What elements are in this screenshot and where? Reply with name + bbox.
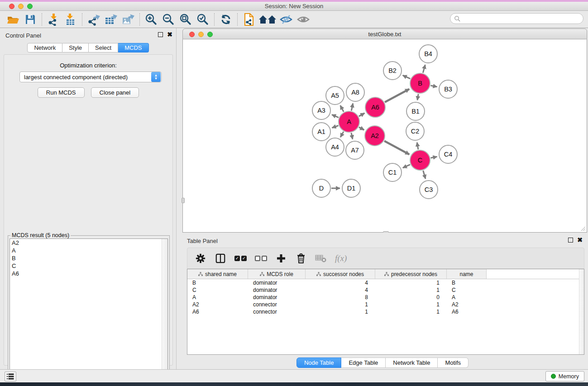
- edge-A-A7[interactable]: [351, 133, 353, 139]
- graph-node-B2[interactable]: B2: [383, 61, 402, 80]
- graph-node-A[interactable]: A: [338, 111, 360, 133]
- column-view-button[interactable]: [215, 252, 226, 265]
- edge-A2-C[interactable]: [384, 141, 409, 154]
- edge-A-A1[interactable]: [332, 125, 339, 128]
- graph-node-A2[interactable]: A2: [364, 125, 385, 146]
- splitter-grip-left[interactable]: [182, 198, 185, 203]
- column-header-predecessor[interactable]: predecessor nodes: [375, 269, 447, 279]
- tab-motifs[interactable]: Motifs: [438, 357, 468, 368]
- tab-network-table[interactable]: Network Table: [386, 357, 438, 368]
- list-scrollbar[interactable]: [162, 239, 167, 385]
- edge-C-C2[interactable]: [417, 143, 418, 150]
- zoom-in-button[interactable]: [143, 12, 160, 27]
- edge-C-C1[interactable]: [403, 165, 410, 168]
- window-resize-grip[interactable]: [580, 226, 586, 231]
- close-window-button[interactable]: [9, 4, 14, 9]
- graph-node-A4[interactable]: A4: [325, 138, 344, 157]
- zoom-selected-button[interactable]: [194, 12, 211, 27]
- export-table-button[interactable]: [102, 12, 120, 27]
- edge-A-A2[interactable]: [359, 127, 364, 130]
- mcds-result-list[interactable]: A2ABCA6: [10, 238, 168, 386]
- edge-A6-B[interactable]: [385, 89, 409, 102]
- edge-C-C3[interactable]: [423, 171, 425, 179]
- graph-node-A8[interactable]: A8: [346, 83, 365, 102]
- graph-node-D[interactable]: D: [312, 179, 331, 198]
- column-header-shared_name[interactable]: shared name: [187, 269, 248, 279]
- network-close-button[interactable]: [189, 32, 195, 37]
- graph-node-A5[interactable]: A5: [325, 86, 344, 105]
- home-layout-button[interactable]: [258, 12, 277, 27]
- table-scrollbar[interactable]: [579, 269, 584, 354]
- edge-B-B2[interactable]: [403, 75, 410, 79]
- graph-node-A7[interactable]: A7: [345, 141, 364, 160]
- graph-node-C4[interactable]: C4: [439, 145, 458, 164]
- node-table[interactable]: shared nameMCDS rolesuccessor nodesprede…: [187, 269, 584, 355]
- graph-node-C3[interactable]: C3: [419, 180, 438, 199]
- close-panel-button[interactable]: Close panel: [91, 87, 139, 98]
- select-all-columns-button[interactable]: ✓ ✓: [234, 252, 247, 265]
- float-panel-icon[interactable]: [158, 32, 163, 37]
- network-canvas[interactable]: AA1A2A3A4A5A6A7A8BB1B2B3B4CC1C2C3C4DD1: [182, 39, 587, 233]
- graph-node-A1[interactable]: A1: [312, 122, 331, 141]
- tab-style[interactable]: Style: [62, 43, 89, 52]
- edge-C-C4[interactable]: [430, 157, 437, 158]
- graph-node-B3[interactable]: B3: [439, 80, 458, 99]
- import-network-button[interactable]: [45, 12, 62, 27]
- table-row[interactable]: A6connector11A6: [187, 308, 584, 315]
- network-minimize-button[interactable]: [198, 32, 204, 37]
- graph-node-C2[interactable]: C2: [406, 122, 425, 141]
- export-image-button[interactable]: [120, 12, 137, 27]
- tab-select[interactable]: Select: [89, 43, 118, 52]
- edge-A-A4[interactable]: [340, 132, 344, 137]
- graph-node-A3[interactable]: A3: [312, 101, 331, 120]
- zoom-fit-button[interactable]: [177, 12, 194, 27]
- hide-selected-button[interactable]: [277, 12, 295, 27]
- export-network-button[interactable]: [85, 12, 102, 27]
- graph-node-C[interactable]: C: [410, 150, 430, 171]
- table-row[interactable]: A2connector11A2: [187, 301, 584, 308]
- save-session-button[interactable]: [22, 12, 39, 27]
- column-header-mcds_role[interactable]: MCDS role: [248, 269, 306, 279]
- edge-B-B1[interactable]: [417, 94, 418, 100]
- edge-B-B3[interactable]: [430, 86, 437, 87]
- graph-node-B4[interactable]: B4: [419, 44, 438, 63]
- edge-A-A6[interactable]: [359, 113, 364, 116]
- table-row[interactable]: Cdominator41C: [187, 286, 584, 294]
- memory-button[interactable]: Memory: [545, 371, 584, 381]
- zoom-out-button[interactable]: [160, 12, 177, 27]
- edge-B-B4[interactable]: [423, 65, 425, 73]
- table-row[interactable]: Bdominator41B: [187, 279, 584, 286]
- open-file-button[interactable]: [5, 12, 22, 27]
- criterion-dropdown[interactable]: largest connected component (directed) ▲…: [19, 71, 162, 82]
- close-table-panel-icon[interactable]: ✖: [577, 238, 583, 243]
- edge-A-A3[interactable]: [332, 114, 339, 117]
- deselect-all-columns-button[interactable]: [255, 252, 267, 265]
- tab-edge-table[interactable]: Edge Table: [341, 357, 386, 368]
- show-eye-button[interactable]: [295, 12, 312, 27]
- zoom-window-button[interactable]: [27, 4, 33, 9]
- add-column-button[interactable]: [275, 252, 287, 265]
- network-window-titlebar[interactable]: testGlobe.txt: [182, 29, 587, 39]
- graph-node-D1[interactable]: D1: [342, 179, 361, 198]
- network-from-file-button[interactable]: [240, 12, 258, 27]
- network-zoom-button[interactable]: [207, 32, 213, 37]
- mcds-result-item[interactable]: C: [10, 262, 167, 270]
- import-table-button[interactable]: [62, 12, 79, 27]
- mcds-result-item[interactable]: B: [10, 254, 167, 262]
- minimize-window-button[interactable]: [18, 4, 24, 9]
- graph-node-B1[interactable]: B1: [406, 102, 425, 121]
- graph-node-A6[interactable]: A6: [365, 97, 386, 118]
- graph-node-B[interactable]: B: [410, 73, 430, 94]
- column-header-name[interactable]: name: [447, 269, 487, 279]
- refresh-button[interactable]: [217, 12, 234, 27]
- run-mcds-button[interactable]: Run MCDS: [38, 87, 85, 98]
- table-row[interactable]: Adominator80A: [187, 294, 584, 301]
- tab-mcds[interactable]: MCDS: [118, 43, 148, 52]
- tab-network[interactable]: Network: [27, 43, 62, 52]
- delete-column-button[interactable]: [295, 252, 307, 265]
- show-panels-list-button[interactable]: [5, 372, 16, 381]
- mcds-result-item[interactable]: A2: [10, 239, 167, 247]
- close-panel-icon[interactable]: ✖: [167, 32, 172, 37]
- settings-gear-button[interactable]: [195, 252, 206, 265]
- mcds-result-item[interactable]: A6: [10, 270, 167, 277]
